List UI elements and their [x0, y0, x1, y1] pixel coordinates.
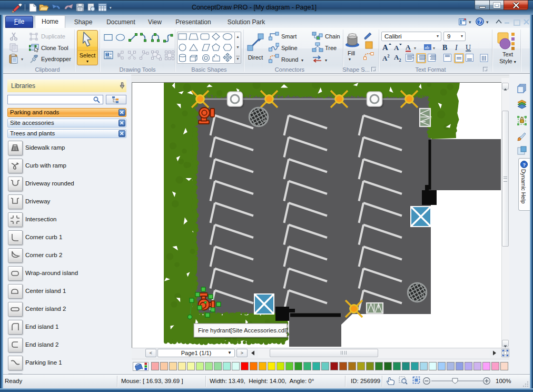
svg-text:?: ? [478, 19, 481, 25]
